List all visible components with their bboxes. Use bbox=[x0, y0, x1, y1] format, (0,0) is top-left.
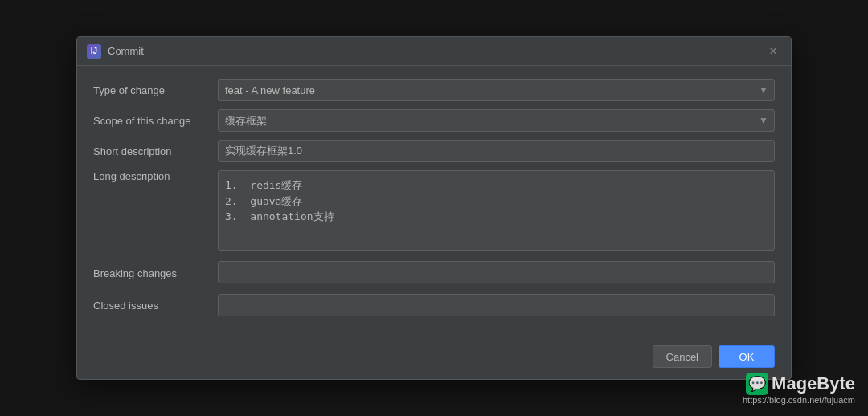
dialog-titlebar: IJ Commit × bbox=[77, 37, 791, 66]
type-of-change-label: Type of change bbox=[93, 84, 218, 96]
scope-of-change-control: 缓存框架 ▼ bbox=[218, 109, 775, 132]
watermark-name: MageByte bbox=[772, 373, 855, 394]
dialog-footer: Cancel OK bbox=[77, 337, 791, 379]
cancel-button[interactable]: Cancel bbox=[653, 345, 712, 368]
long-description-row: Long description 1. redis缓存 2. guava缓存 3… bbox=[93, 170, 775, 253]
dialog-overlay: IJ Commit × Type of change feat - A new … bbox=[0, 0, 868, 416]
close-button[interactable]: × bbox=[765, 43, 781, 59]
type-of-change-row: Type of change feat - A new feature ▼ bbox=[93, 79, 775, 101]
watermark-top: 💬 MageByte bbox=[743, 373, 855, 395]
breaking-changes-textarea[interactable] bbox=[218, 261, 775, 283]
scope-of-change-row: Scope of this change 缓存框架 ▼ bbox=[93, 109, 775, 132]
short-description-control bbox=[218, 140, 775, 162]
closed-issues-label: Closed issues bbox=[93, 300, 218, 312]
watermark: 💬 MageByte https://blog.csdn.net/fujuacm bbox=[743, 373, 855, 405]
ok-button[interactable]: OK bbox=[719, 345, 775, 368]
wechat-icon: 💬 bbox=[746, 373, 768, 395]
long-description-textarea[interactable]: 1. redis缓存 2. guava缓存 3. annotation支持 bbox=[218, 170, 775, 251]
long-description-label: Long description bbox=[93, 170, 218, 182]
long-description-control: 1. redis缓存 2. guava缓存 3. annotation支持 bbox=[218, 170, 775, 253]
breaking-changes-row: Breaking changes bbox=[93, 261, 775, 286]
scope-of-change-select[interactable]: 缓存框架 bbox=[218, 109, 775, 132]
scope-of-change-wrapper: 缓存框架 ▼ bbox=[218, 109, 775, 132]
scope-of-change-label: Scope of this change bbox=[93, 115, 218, 127]
type-of-change-wrapper: feat - A new feature ▼ bbox=[218, 79, 775, 101]
watermark-url: https://blog.csdn.net/fujuacm bbox=[743, 395, 855, 405]
short-description-label: Short description bbox=[93, 145, 218, 157]
type-of-change-select[interactable]: feat - A new feature bbox=[218, 79, 775, 101]
closed-issues-row: Closed issues bbox=[93, 294, 775, 316]
type-of-change-control: feat - A new feature ▼ bbox=[218, 79, 775, 101]
title-left: IJ Commit bbox=[87, 44, 144, 59]
dialog-body: Type of change feat - A new feature ▼ Sc… bbox=[77, 66, 791, 337]
breaking-changes-control bbox=[218, 261, 775, 286]
commit-dialog: IJ Commit × Type of change feat - A new … bbox=[76, 36, 792, 380]
short-description-row: Short description bbox=[93, 140, 775, 162]
app-icon: IJ bbox=[87, 44, 101, 59]
dialog-title: Commit bbox=[108, 45, 144, 57]
closed-issues-control bbox=[218, 294, 775, 316]
closed-issues-input[interactable] bbox=[218, 294, 775, 316]
breaking-changes-label: Breaking changes bbox=[93, 267, 218, 279]
short-description-input[interactable] bbox=[218, 140, 775, 162]
